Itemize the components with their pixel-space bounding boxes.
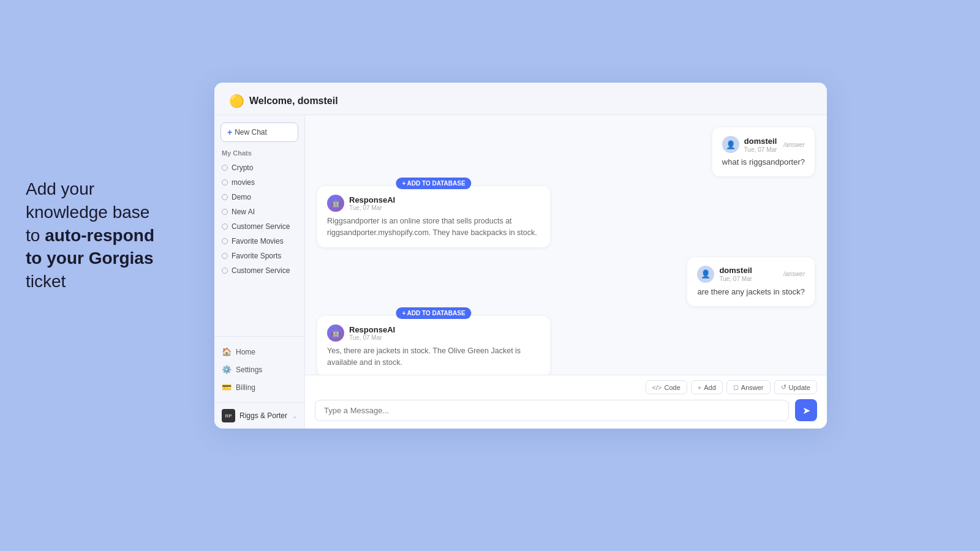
footer-name: Riggs & Porter bbox=[239, 411, 287, 420]
sidebar-footer: RP Riggs & Porter ⌄ bbox=[214, 402, 304, 429]
chevron-down-icon: ⌄ bbox=[292, 413, 297, 419]
promo-text: Add your knowledge base to auto-respond … bbox=[26, 178, 197, 293]
avatar: 👤 bbox=[722, 136, 739, 153]
chat-dot-icon bbox=[222, 238, 228, 244]
promo-line3-bold: auto-respond bbox=[45, 226, 154, 245]
sidebar-item-customer-service-2[interactable]: Customer Service bbox=[214, 263, 304, 278]
billing-label: Billing bbox=[236, 383, 255, 392]
chat-dot-icon bbox=[222, 165, 228, 171]
chat-label: Demo bbox=[232, 193, 251, 201]
sidebar: + New Chat My Chats Crypto movies Demo bbox=[214, 115, 305, 429]
app-body: + New Chat My Chats Crypto movies Demo bbox=[214, 115, 827, 429]
sidebar-item-home[interactable]: 🏠 Home bbox=[214, 343, 304, 361]
ai-bubble-header-1: 🤖 ResponseAI Tue, 07 Mar bbox=[327, 195, 540, 212]
chat-label: Crypto bbox=[232, 163, 253, 172]
message-input[interactable] bbox=[315, 400, 789, 421]
ai-name-time: ResponseAI Tue, 07 Mar bbox=[349, 195, 395, 211]
user-bubble-header-1: 👤 domsteil Tue, 07 Mar /answer bbox=[722, 136, 805, 153]
sidebar-item-crypto[interactable]: Crypto bbox=[214, 160, 304, 175]
user-name-2: domsteil bbox=[719, 266, 752, 275]
chat-dot-icon bbox=[222, 194, 228, 200]
new-chat-label: New Chat bbox=[235, 128, 267, 137]
add-to-database-button-2[interactable]: + ADD TO DATABASE bbox=[396, 307, 471, 319]
code-label: Code bbox=[665, 384, 680, 391]
chat-toolbar: </> Code + Add ◻ Answer ↺ Update bbox=[305, 375, 827, 394]
plus-icon: + bbox=[227, 127, 232, 137]
user-name-time-2: domsteil Tue, 07 Mar bbox=[719, 266, 752, 282]
user-message-2: 👤 domsteil Tue, 07 Mar /answer are there… bbox=[687, 257, 815, 306]
send-icon: ➤ bbox=[802, 405, 810, 416]
sidebar-item-movies[interactable]: movies bbox=[214, 175, 304, 190]
chat-label: movies bbox=[232, 178, 255, 187]
sidebar-item-customer-service-1[interactable]: Customer Service bbox=[214, 219, 304, 234]
send-button[interactable]: ➤ bbox=[795, 399, 817, 421]
sidebar-item-billing[interactable]: 💳 Billing bbox=[214, 378, 304, 396]
ai-name: ResponseAI bbox=[349, 195, 395, 204]
chat-label: Customer Service bbox=[232, 222, 290, 231]
add-to-db-label: + ADD TO DATABASE bbox=[402, 180, 465, 187]
ai-name-2: ResponseAI bbox=[349, 325, 395, 334]
ai-time-2: Tue, 07 Mar bbox=[349, 334, 395, 341]
update-icon: ↺ bbox=[781, 383, 786, 391]
chat-dot-icon bbox=[222, 223, 228, 230]
ai-bubble-1: 🤖 ResponseAI Tue, 07 Mar Riggsandporter … bbox=[317, 186, 550, 247]
sidebar-item-favorite-sports[interactable]: Favorite Sports bbox=[214, 249, 304, 263]
chat-messages: 👤 domsteil Tue, 07 Mar /answer what is r… bbox=[305, 115, 827, 375]
ai-bubble-2: 🤖 ResponseAI Tue, 07 Mar Yes, there are … bbox=[317, 316, 550, 375]
promo-line2: knowledge base bbox=[26, 203, 149, 222]
ai-name-time-2: ResponseAI Tue, 07 Mar bbox=[349, 325, 395, 341]
sidebar-item-favorite-movies[interactable]: Favorite Movies bbox=[214, 234, 304, 249]
new-chat-button[interactable]: + New Chat bbox=[221, 122, 298, 142]
code-button[interactable]: </> Code bbox=[646, 380, 687, 394]
add-to-db-label-2: + ADD TO DATABASE bbox=[402, 310, 465, 317]
chat-label: Customer Service bbox=[232, 266, 290, 275]
home-icon: 🏠 bbox=[222, 347, 232, 356]
add-button[interactable]: + Add bbox=[691, 380, 723, 394]
add-icon: + bbox=[698, 384, 701, 391]
chat-label: Favorite Movies bbox=[232, 237, 284, 246]
user-message-text-2: are there any jackets in stock? bbox=[697, 287, 805, 298]
user-message-text: what is riggsandporter? bbox=[722, 157, 805, 168]
sidebar-item-demo[interactable]: Demo bbox=[214, 190, 304, 204]
ai-time: Tue, 07 Mar bbox=[349, 204, 395, 211]
welcome-icon: 🟡 bbox=[229, 94, 244, 108]
chat-label: Favorite Sports bbox=[232, 252, 281, 260]
promo-line3-normal: to bbox=[26, 226, 45, 245]
chat-dot-icon bbox=[222, 268, 228, 274]
answer-label: Answer bbox=[741, 384, 764, 391]
user-bubble-header-2: 👤 domsteil Tue, 07 Mar /answer bbox=[697, 266, 805, 283]
user-bubble-1: 👤 domsteil Tue, 07 Mar /answer what is r… bbox=[712, 127, 815, 176]
chat-label: New AI bbox=[232, 208, 255, 216]
ai-message-text-2: Yes, there are jackets in stock. The Oli… bbox=[327, 345, 540, 369]
update-button[interactable]: ↺ Update bbox=[774, 380, 817, 394]
my-chats-label: My Chats bbox=[214, 149, 304, 157]
promo-line5: ticket bbox=[26, 272, 66, 291]
footer-logo: RP bbox=[222, 409, 235, 422]
user-bubble-2: 👤 domsteil Tue, 07 Mar /answer are there… bbox=[687, 257, 815, 306]
chat-dot-icon bbox=[222, 253, 228, 259]
ai-message-2: + ADD TO DATABASE 🤖 ResponseAI Tue, 07 M… bbox=[317, 316, 550, 375]
app-window: 🟡 Welcome, domsteil + New Chat My Chats … bbox=[214, 83, 827, 429]
user-time: Tue, 07 Mar bbox=[744, 146, 777, 153]
ai-bubble-header-2: 🤖 ResponseAI Tue, 07 Mar bbox=[327, 324, 540, 342]
user-time-2: Tue, 07 Mar bbox=[719, 276, 752, 282]
billing-icon: 💳 bbox=[222, 383, 232, 392]
user-message-1: 👤 domsteil Tue, 07 Mar /answer what is r… bbox=[712, 127, 815, 176]
sidebar-item-new-ai[interactable]: New AI bbox=[214, 204, 304, 219]
chat-input-row: ➤ bbox=[305, 394, 827, 429]
chat-input-area: </> Code + Add ◻ Answer ↺ Update bbox=[305, 375, 827, 429]
user-name-time: domsteil Tue, 07 Mar bbox=[744, 137, 777, 153]
logo-text: RP bbox=[225, 413, 232, 419]
avatar: 👤 bbox=[697, 266, 714, 283]
promo-line4: to your Gorgias bbox=[26, 249, 153, 268]
sidebar-item-settings[interactable]: ⚙️ Settings bbox=[214, 361, 304, 378]
answer-icon: ◻ bbox=[733, 383, 739, 391]
chat-dot-icon bbox=[222, 209, 228, 215]
welcome-text: Welcome, domsteil bbox=[249, 96, 338, 107]
home-label: Home bbox=[236, 348, 255, 356]
add-to-database-button-1[interactable]: + ADD TO DATABASE bbox=[396, 178, 471, 189]
answer-button[interactable]: ◻ Answer bbox=[726, 380, 771, 394]
main-chat: 👤 domsteil Tue, 07 Mar /answer what is r… bbox=[305, 115, 827, 429]
ai-message-text: Riggsandporter is an online store that s… bbox=[327, 216, 540, 239]
ai-message-1: + ADD TO DATABASE 🤖 ResponseAI Tue, 07 M… bbox=[317, 186, 550, 247]
